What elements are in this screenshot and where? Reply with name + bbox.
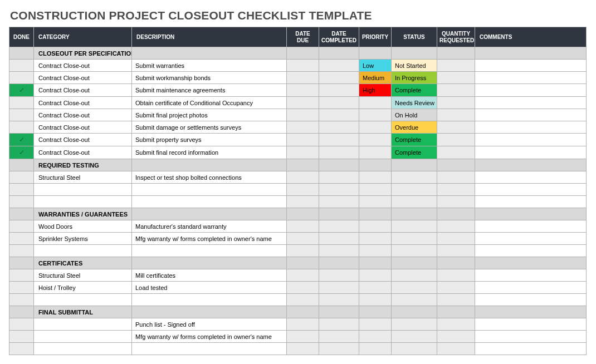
description-cell[interactable]: Submit final project photos [132,109,287,121]
status-cell[interactable]: On Hold [392,109,437,121]
comments-cell[interactable] [475,220,587,233]
comments-cell[interactable] [475,84,587,97]
category-cell[interactable]: Contract Close-out [34,109,132,121]
date-completed-cell[interactable] [319,134,359,146]
priority-cell[interactable] [359,282,392,294]
category-cell[interactable]: Contract Close-out [34,134,132,146]
date-due-cell[interactable] [287,245,319,257]
date-completed-cell[interactable] [319,245,359,257]
quantity-cell[interactable] [437,282,475,294]
done-cell[interactable]: ✓ [9,134,34,146]
status-cell[interactable] [392,294,437,306]
category-cell[interactable]: Hoist / Trolley [34,282,132,294]
status-cell[interactable] [392,343,437,355]
date-due-cell[interactable] [287,121,319,134]
done-cell[interactable]: ✓ [9,84,34,97]
priority-cell[interactable] [359,146,392,159]
description-cell[interactable]: Submit maintenance agreements [132,84,287,97]
done-cell[interactable] [9,343,34,355]
priority-cell[interactable] [359,343,392,355]
description-cell[interactable]: Manufacturer's standard warranty [132,220,287,233]
comments-cell[interactable] [475,121,587,134]
date-due-cell[interactable] [287,84,319,97]
date-completed-cell[interactable] [319,72,359,84]
comments-cell[interactable] [475,294,587,306]
comments-cell[interactable] [475,184,587,196]
comments-cell[interactable] [475,245,587,257]
priority-cell[interactable] [359,269,392,282]
date-due-cell[interactable] [287,318,319,331]
priority-cell[interactable] [359,121,392,134]
quantity-cell[interactable] [437,171,475,184]
done-cell[interactable] [9,331,34,343]
date-due-cell[interactable] [287,294,319,306]
priority-cell[interactable]: Medium [359,72,392,84]
done-cell[interactable] [9,121,34,134]
quantity-cell[interactable] [437,121,475,134]
priority-cell[interactable] [359,220,392,233]
quantity-cell[interactable] [437,245,475,257]
comments-cell[interactable] [475,331,587,343]
category-cell[interactable] [34,331,132,343]
status-cell[interactable]: Overdue [392,121,437,134]
status-cell[interactable] [392,196,437,208]
comments-cell[interactable] [475,343,587,355]
done-cell[interactable] [9,184,34,196]
status-cell[interactable]: Needs Review [392,97,437,109]
date-completed-cell[interactable] [319,60,359,72]
date-completed-cell[interactable] [319,196,359,208]
done-cell[interactable] [9,233,34,245]
date-due-cell[interactable] [287,146,319,159]
description-cell[interactable]: Submit final record information [132,146,287,159]
quantity-cell[interactable] [437,72,475,84]
quantity-cell[interactable] [437,97,475,109]
status-cell[interactable] [392,318,437,331]
category-cell[interactable]: Contract Close-out [34,84,132,97]
date-completed-cell[interactable] [319,318,359,331]
comments-cell[interactable] [475,97,587,109]
description-cell[interactable] [132,245,287,257]
comments-cell[interactable] [475,72,587,84]
category-cell[interactable] [34,196,132,208]
quantity-cell[interactable] [437,134,475,146]
comments-cell[interactable] [475,60,587,72]
comments-cell[interactable] [475,171,587,184]
category-cell[interactable]: Structural Steel [34,171,132,184]
comments-cell[interactable] [475,269,587,282]
priority-cell[interactable] [359,97,392,109]
description-cell[interactable] [132,184,287,196]
date-due-cell[interactable] [287,233,319,245]
quantity-cell[interactable] [437,318,475,331]
description-cell[interactable] [132,196,287,208]
priority-cell[interactable] [359,134,392,146]
done-cell[interactable] [9,109,34,121]
status-cell[interactable] [392,269,437,282]
date-completed-cell[interactable] [319,343,359,355]
done-cell[interactable] [9,171,34,184]
priority-cell[interactable] [359,294,392,306]
description-cell[interactable]: Punch list - Signed off [132,318,287,331]
priority-cell[interactable] [359,233,392,245]
date-completed-cell[interactable] [319,294,359,306]
date-completed-cell[interactable] [319,269,359,282]
comments-cell[interactable] [475,109,587,121]
priority-cell[interactable] [359,245,392,257]
category-cell[interactable] [34,245,132,257]
category-cell[interactable] [34,294,132,306]
status-cell[interactable]: Complete [392,134,437,146]
date-completed-cell[interactable] [319,282,359,294]
category-cell[interactable]: Contract Close-out [34,121,132,134]
description-cell[interactable]: Inspect or test shop bolted connections [132,171,287,184]
date-due-cell[interactable] [287,184,319,196]
quantity-cell[interactable] [437,233,475,245]
quantity-cell[interactable] [437,109,475,121]
done-cell[interactable] [9,72,34,84]
quantity-cell[interactable] [437,343,475,355]
date-due-cell[interactable] [287,72,319,84]
description-cell[interactable]: Mill certificates [132,269,287,282]
date-completed-cell[interactable] [319,121,359,134]
date-due-cell[interactable] [287,171,319,184]
priority-cell[interactable] [359,196,392,208]
priority-cell[interactable]: High [359,84,392,97]
done-cell[interactable] [9,245,34,257]
